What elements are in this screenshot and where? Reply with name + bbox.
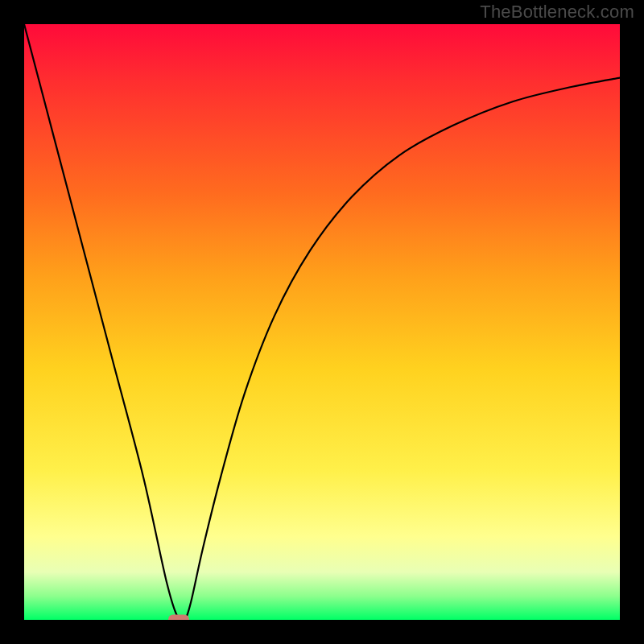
curve-svg [24,24,620,620]
plot-area [24,24,620,620]
chart-frame: TheBottleneck.com [0,0,644,644]
bottleneck-curve [24,24,620,620]
watermark-text: TheBottleneck.com [480,2,634,23]
min-marker [168,615,189,621]
